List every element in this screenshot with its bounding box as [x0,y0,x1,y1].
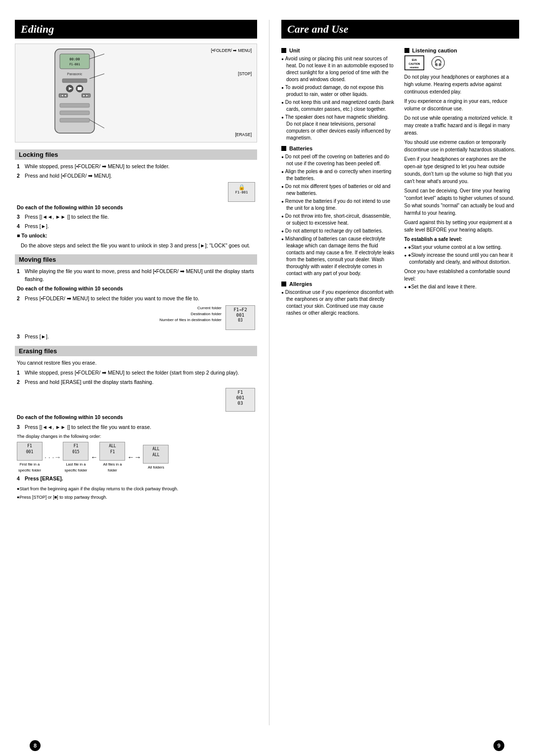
label-folder-menu: [•FOLDER/ ➡ MENU] [211,48,252,53]
svg-rect-1 [60,54,89,69]
locking-files-header: Locking files [15,149,257,160]
moving-files-header: Moving files [15,254,257,265]
page-num-left: 8 [30,740,41,751]
erasing-footer1: ●Start from the beginning again if the d… [17,486,255,493]
hearing-logo: 🎧 [429,55,447,70]
erase-arrow1: · · ·→ [44,452,61,463]
column-divider [269,20,269,725]
erasing-note: You cannot restore files you erase. [17,359,255,367]
batteries-bullet-5: Do not attempt to recharge dry cell batt… [281,228,397,235]
erasing-step1: 1 While stopped, press [•FOLDER/ ➡ MENU]… [17,369,255,377]
unlock-label: ■ To unlock: [17,232,255,240]
erase-seq-box3: ALL F1 [99,442,125,461]
erase-display-box-main: F1 001 03 [225,388,255,412]
device-svg: 00:00 F1-001 Panasonic |◄◄ ►►| [45,47,114,138]
move-display-box: F1→F2 001 03 [225,305,255,330]
current-folder-label: Current folder [160,305,222,311]
allergies-header: Allergies [281,281,397,287]
logos-row: EIA CAUTION HEARING 🎧 [404,55,520,70]
moving-step2-intro: Do each of the following within 10 secon… [17,285,255,293]
unit-header: Unit [281,47,397,53]
listening-header: Listening caution [404,47,520,53]
svg-rect-9 [78,87,82,90]
listening-para-4: Even if your headphones or earphones are… [404,155,520,185]
files-count-label: Number of files in destination folder [160,317,222,323]
erasing-step3-intro: Do each of the following within 10 secon… [17,414,255,422]
listening-bullet-9: ●Slowly increase the sound until you can… [404,252,520,266]
listening-content: Do not play your headphones or earphones… [404,73,520,290]
svg-text:EIA: EIA [411,58,417,61]
editing-header: Editing [15,20,257,39]
listening-para-7: To establish a safe level: [404,236,520,243]
locking-step4: 4 Press [►]. [17,223,255,231]
moving-step3: 3 Press [►]. [17,333,255,341]
batteries-bullet-2: Do not mix different types of batteries … [281,183,397,197]
unit-bullet-3: The speaker does not have magnetic shiel… [281,114,397,142]
label-erase: [ERASE] [235,132,252,137]
page-container: Editing [•FOLDER/ ➡ MENU] [STOP] [ERASE] [0,0,534,756]
erasing-step4: 4 Press [ERASE]. [17,475,255,483]
page-numbers: 8 9 [0,735,534,756]
erasing-step2: 2 Press and hold [ERASE] until the displ… [17,378,255,386]
unit-bullet-1: To avoid product damage, do not expose t… [281,84,397,98]
erasing-step3: 3 Press [|◄◄, ►► |] to select the file y… [17,424,255,431]
left-column: Editing [•FOLDER/ ➡ MENU] [STOP] [ERASE] [15,20,257,725]
unit-content: Avoid using or placing this unit near so… [281,55,397,142]
erase-seq-box2: F1 015 [63,442,89,461]
moving-files-content: 1 While playing the file you want to mov… [15,268,257,341]
erase-seq-box1: F1 001 [17,442,43,461]
listening-icon [404,48,409,53]
svg-text:00:00: 00:00 [69,57,80,61]
care-right-subcol: Listening caution EIA CAUTION HEARING [404,44,520,318]
svg-text:►►|: ►►| [83,94,89,97]
erase-arrow3: ←→ [127,452,141,463]
listening-para-5: Sound can be deceiving. Over time your h… [404,187,520,217]
care-left-subcol: Unit Avoid using or placing this unit ne… [281,44,397,318]
label-stop: [STOP] [238,71,252,76]
erasing-footer2: ●Press [STOP] or [■] to stop partway thr… [17,494,255,501]
moving-step2: 2 Press [•FOLDER/ ➡ MENU] to select the … [17,295,255,303]
moving-step1: 1 While playing the file you want to mov… [17,268,255,284]
unit-bullet-2: Do not keep this unit and magnetized car… [281,99,397,113]
listening-para-1: If you experience a ringing in your ears… [404,97,520,112]
svg-rect-16 [60,118,89,122]
erase-label-first: First file in a specific folder [17,462,43,473]
lock-display-box: 🔒 F1-001 [228,182,255,202]
batteries-bullet-0: Do not peel off the covering on batterie… [281,153,397,167]
svg-text:HEARING: HEARING [409,66,418,69]
erasing-files-header: Erasing files [15,346,257,356]
batteries-header: Batteries [281,145,397,151]
page-num-right: 9 [493,740,504,751]
unit-bullet-0: Avoid using or placing this unit near so… [281,55,397,83]
svg-rect-5 [62,79,87,83]
listening-para-2: Do not use while operating a motorized v… [404,114,520,137]
allergies-icon [281,282,286,286]
svg-rect-15 [60,111,89,115]
unit-icon [281,48,286,53]
listening-para-0: Do not play your headphones or earphones… [404,73,520,95]
batteries-bullet-6: Mishandling of batteries can cause elect… [281,236,397,277]
locking-files-content: 1 While stopped, press [•FOLDER/ ➡ MENU]… [15,163,257,249]
svg-text:CAUTION: CAUTION [408,62,420,65]
svg-text:🎧: 🎧 [434,58,443,67]
eia-logo: EIA CAUTION HEARING [404,55,424,70]
listening-para-6: Guard against this by setting your equip… [404,219,520,234]
care-header: Care and Use [281,20,519,39]
erase-arrow2: ← [90,452,97,463]
erase-label-last: Last file in a specific folder [63,462,89,473]
listening-para-3: You should use extreme caution or tempor… [404,139,520,153]
locking-step3: 3 Press [|◄◄, ►► |] to select the file. [17,213,255,221]
device-image-area: [•FOLDER/ ➡ MENU] [STOP] [ERASE] 00:00 F… [15,44,257,142]
svg-text:|◄◄: |◄◄ [60,94,66,97]
batteries-icon [281,146,286,151]
unlock-text: Do the above steps and select the file y… [21,242,255,250]
svg-text:F1-001: F1-001 [69,62,80,66]
batteries-bullet-1: Align the poles ⊕ and ⊖ correctly when i… [281,168,397,182]
batteries-bullet-3: Remove the batteries if you do not inten… [281,198,397,212]
right-column: Care and Use Unit Avoid using or placing… [281,20,519,725]
care-two-col: Unit Avoid using or placing this unit ne… [281,44,519,318]
batteries-content: Do not peel off the covering on batterie… [281,153,397,277]
erasing-files-content: You cannot restore files you erase. 1 Wh… [15,359,257,501]
batteries-bullet-4: Do not throw into fire, short-circuit, d… [281,213,397,227]
locking-step2: 2 Press and hold [•FOLDER/ ➡ MENU]. [17,172,255,180]
